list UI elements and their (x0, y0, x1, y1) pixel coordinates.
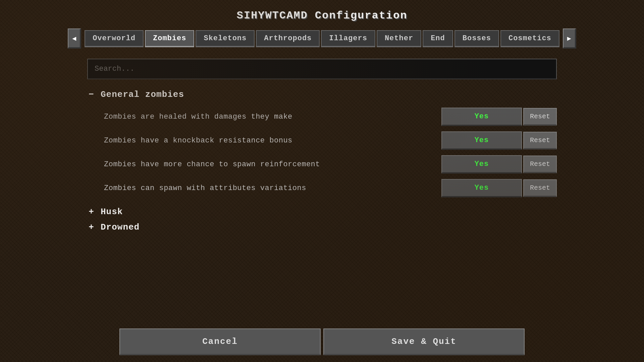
page-container: SIHYWTCAMD Configuration ◀ OverworldZomb… (0, 0, 644, 362)
nav-right-arrow[interactable]: ▶ (563, 28, 576, 49)
nav-tab-bosses[interactable]: Bosses (454, 30, 499, 47)
nav-tab-illagers[interactable]: Illagers (321, 30, 375, 47)
nav-tab-skeletons[interactable]: Skeletons (196, 30, 255, 47)
section-title-husk: Husk (101, 207, 123, 217)
yes-button-0[interactable]: Yes (441, 108, 522, 126)
config-controls-3: YesReset (441, 179, 557, 197)
config-controls-1: YesReset (441, 131, 557, 150)
nav-container: ◀ OverworldZombiesSkeletonsArthropodsIll… (0, 28, 644, 49)
config-label-3: Zombies can spawn with attributes variat… (104, 184, 306, 192)
nav-left-arrow[interactable]: ◀ (68, 28, 81, 49)
reset-button-0[interactable]: Reset (523, 108, 557, 126)
config-row-1: Zombies have a knockback resistance bonu… (104, 129, 557, 153)
reset-button-1[interactable]: Reset (523, 132, 557, 149)
section-title-drowned: Drowned (101, 222, 140, 232)
config-label-1: Zombies have a knockback resistance bonu… (104, 136, 292, 145)
section-drowned: +Drowned (87, 222, 557, 232)
yes-button-2[interactable]: Yes (441, 155, 522, 174)
section-toggle-general-zombies: − (87, 89, 95, 100)
cancel-button[interactable]: Cancel (119, 328, 321, 355)
save-quit-button[interactable]: Save & Quit (323, 328, 525, 355)
nav-tab-end[interactable]: End (423, 30, 453, 47)
nav-tab-cosmetics[interactable]: Cosmetics (500, 30, 559, 47)
reset-button-3[interactable]: Reset (523, 179, 557, 197)
section-header-drowned[interactable]: +Drowned (87, 222, 557, 232)
config-row-0: Zombies are healed with damages they mak… (104, 105, 557, 129)
sections-container: −General zombiesZombies are healed with … (87, 89, 557, 238)
section-toggle-drowned: + (87, 222, 95, 232)
yes-button-1[interactable]: Yes (441, 131, 522, 150)
config-rows-general-zombies: Zombies are healed with damages they mak… (104, 105, 557, 200)
section-husk: +Husk (87, 207, 557, 217)
yes-button-3[interactable]: Yes (441, 179, 522, 197)
reset-button-2[interactable]: Reset (523, 156, 557, 173)
search-input[interactable] (87, 59, 557, 79)
page-title: SIHYWTCAMD Configuration (237, 9, 408, 22)
section-header-general-zombies[interactable]: −General zombies (87, 89, 557, 100)
section-title-general-zombies: General zombies (101, 89, 184, 100)
config-controls-2: YesReset (441, 155, 557, 174)
config-label-2: Zombies have more chance to spawn reinfo… (104, 160, 320, 169)
section-header-husk[interactable]: +Husk (87, 207, 557, 217)
nav-tab-zombies[interactable]: Zombies (145, 30, 194, 47)
config-row-2: Zombies have more chance to spawn reinfo… (104, 153, 557, 176)
nav-tab-nether[interactable]: Nether (377, 30, 421, 47)
section-general-zombies: −General zombiesZombies are healed with … (87, 89, 557, 200)
main-content: −General zombiesZombies are healed with … (87, 59, 557, 362)
nav-tab-overworld[interactable]: Overworld (85, 30, 144, 47)
config-label-0: Zombies are healed with damages they mak… (104, 113, 292, 121)
nav-tab-arthropods[interactable]: Arthropods (256, 30, 320, 47)
config-controls-0: YesReset (441, 108, 557, 126)
section-toggle-husk: + (87, 207, 95, 217)
nav-tabs: OverworldZombiesSkeletonsArthropodsIllag… (85, 30, 559, 47)
bottom-bar: Cancel Save & Quit (0, 322, 644, 362)
config-row-3: Zombies can spawn with attributes variat… (104, 176, 557, 200)
search-container (87, 59, 557, 79)
